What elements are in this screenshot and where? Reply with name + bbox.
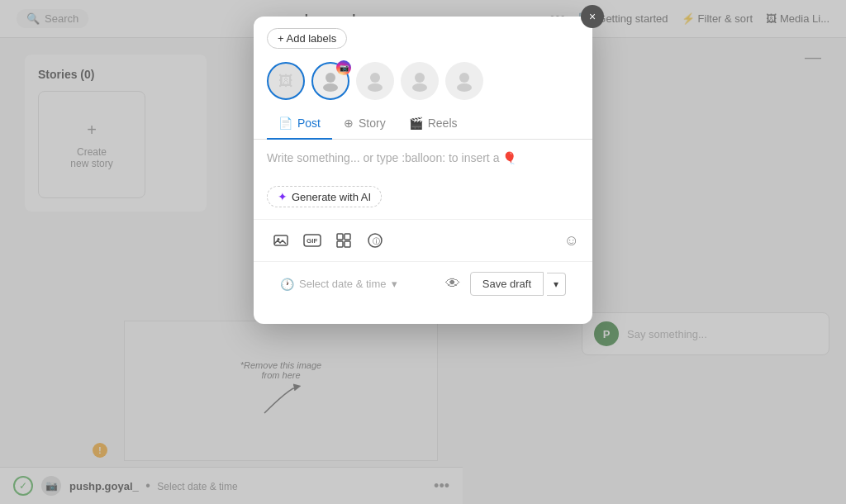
- svg-point-5: [412, 83, 427, 92]
- account-avatar-2[interactable]: [356, 62, 394, 100]
- modal-header: + Add labels: [254, 17, 592, 57]
- svg-point-7: [457, 83, 472, 92]
- person-svg-2: [364, 69, 387, 93]
- save-draft-btn[interactable]: Save draft: [470, 272, 544, 296]
- accounts-row: 🖼 📷: [254, 57, 592, 108]
- svg-point-3: [368, 83, 383, 92]
- svg-point-0: [326, 73, 335, 83]
- mention-btn[interactable]: ⓘ: [361, 226, 389, 254]
- image-upload-btn[interactable]: [267, 226, 295, 254]
- svg-text:ⓘ: ⓘ: [373, 237, 380, 245]
- gif-btn[interactable]: GIF: [298, 226, 326, 254]
- modal-toolbar: GIF ⓘ: [254, 219, 592, 262]
- add-labels-btn[interactable]: + Add labels: [267, 28, 347, 49]
- toolbar-icons: GIF ⓘ: [267, 226, 564, 254]
- instagram-badge: 📷: [336, 60, 351, 75]
- create-post-modal: × + Add labels 🖼 📷: [254, 17, 592, 324]
- svg-rect-14: [337, 241, 343, 247]
- account-avatar-3[interactable]: [401, 62, 439, 100]
- generate-ai-btn[interactable]: ✦ Generate with AI: [267, 186, 382, 207]
- modal-footer: 🕐 Select date & time ▾ 👁 Save draft ▾: [267, 262, 579, 296]
- footer-right: 👁 Save draft ▾: [445, 272, 566, 296]
- clock-icon: 🕐: [280, 278, 294, 291]
- story-tab-icon: ⊕: [344, 116, 354, 130]
- date-select-btn[interactable]: 🕐 Select date & time ▾: [280, 278, 397, 291]
- account-avatar-instagram[interactable]: 📷: [311, 62, 349, 100]
- image-upload-icon: [273, 232, 289, 249]
- person-svg-3: [408, 69, 431, 93]
- svg-rect-13: [345, 234, 350, 240]
- emoji-btn[interactable]: ☺: [564, 232, 579, 250]
- modal-close-btn[interactable]: ×: [581, 5, 604, 28]
- svg-point-4: [415, 73, 425, 83]
- write-placeholder[interactable]: Write something... or type :balloon: to …: [267, 151, 579, 176]
- tab-story[interactable]: ⊕ Story: [332, 108, 397, 140]
- svg-rect-15: [345, 241, 350, 247]
- svg-point-6: [459, 73, 469, 83]
- gif-icon: GIF: [303, 234, 321, 247]
- svg-rect-12: [337, 234, 343, 240]
- svg-point-1: [323, 83, 338, 92]
- account-avatar-placeholder[interactable]: 🖼: [267, 62, 305, 100]
- ai-star-icon: ✦: [278, 190, 288, 203]
- image-placeholder-icon: 🖼: [278, 73, 293, 90]
- tab-post[interactable]: 📄 Post: [267, 108, 332, 140]
- gallery-icon: [335, 232, 352, 249]
- reels-tab-icon: 🎬: [409, 116, 423, 130]
- account-avatar-4[interactable]: [445, 62, 483, 100]
- eye-icon[interactable]: 👁: [445, 275, 460, 292]
- reels-tab-label: Reels: [428, 116, 458, 130]
- modal-wrapper: × + Add labels 🖼 📷: [254, 17, 592, 307]
- tabs-row: 📄 Post ⊕ Story 🎬 Reels: [254, 108, 592, 140]
- mention-icon: ⓘ: [367, 232, 383, 249]
- tab-reels[interactable]: 🎬 Reels: [397, 108, 469, 140]
- post-tab-icon: 📄: [278, 116, 292, 130]
- person-svg-4: [453, 69, 476, 93]
- balloon-icon: 🎈: [502, 151, 516, 164]
- story-tab-label: Story: [359, 116, 386, 130]
- chevron-down-icon: ▾: [392, 278, 397, 290]
- post-tab-label: Post: [297, 116, 321, 130]
- svg-text:GIF: GIF: [307, 237, 317, 245]
- svg-point-2: [370, 73, 380, 83]
- gallery-btn[interactable]: [330, 226, 358, 254]
- modal-body: Write something... or type :balloon: to …: [254, 140, 592, 307]
- save-draft-dropdown-btn[interactable]: ▾: [547, 273, 566, 296]
